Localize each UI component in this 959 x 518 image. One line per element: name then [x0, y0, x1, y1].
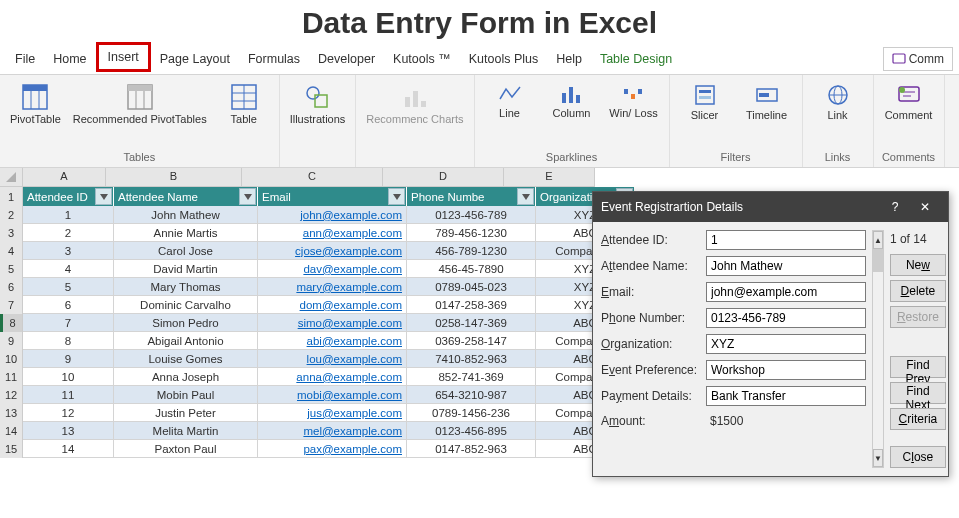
table-cell[interactable]: lou@example.com: [258, 350, 407, 368]
table-cell[interactable]: 6: [23, 296, 114, 314]
tab-home[interactable]: Home: [44, 47, 95, 71]
illustrations-button[interactable]: Illustrations: [286, 81, 350, 128]
form-field-input[interactable]: [706, 230, 866, 250]
table-cell[interactable]: abi@example.com: [258, 332, 407, 350]
table-cell[interactable]: Louise Gomes: [114, 350, 258, 368]
table-cell[interactable]: cjose@example.com: [258, 242, 407, 260]
row-header[interactable]: 7: [0, 296, 23, 315]
table-cell[interactable]: pax@example.com: [258, 440, 407, 458]
form-field-input[interactable]: [706, 282, 866, 302]
comment-button[interactable]: Comment: [880, 81, 938, 124]
text-button[interactable]: AText: [951, 81, 959, 124]
table-cell[interactable]: 456-45-7890: [407, 260, 536, 278]
table-cell[interactable]: 11: [23, 386, 114, 404]
new-button[interactable]: New: [890, 254, 946, 276]
table-cell[interactable]: 0258-147-369: [407, 314, 536, 332]
table-cell[interactable]: 3: [23, 242, 114, 260]
row-header[interactable]: 13: [0, 404, 23, 423]
scroll-thumb[interactable]: [873, 249, 883, 272]
table-cell[interactable]: 4: [23, 260, 114, 278]
row-header[interactable]: 6: [0, 278, 23, 297]
row-header[interactable]: 1: [0, 187, 23, 207]
table-cell[interactable]: 12: [23, 404, 114, 422]
slicer-button[interactable]: Slicer: [676, 81, 734, 124]
timeline-button[interactable]: Timeline: [738, 81, 796, 124]
scroll-down-button[interactable]: ▼: [873, 449, 883, 467]
row-header[interactable]: 3: [0, 224, 23, 243]
row-header[interactable]: 15: [0, 440, 23, 458]
sparkline-line-button[interactable]: Line: [481, 81, 539, 122]
column-header[interactable]: A: [23, 168, 106, 187]
table-cell[interactable]: mobi@example.com: [258, 386, 407, 404]
filter-dropdown-icon[interactable]: [95, 188, 112, 205]
pivottable-button[interactable]: PivotTable: [6, 81, 65, 128]
filter-dropdown-icon[interactable]: [239, 188, 256, 205]
row-header[interactable]: 10: [0, 350, 23, 369]
form-field-input[interactable]: [706, 308, 866, 328]
table-cell[interactable]: 789-456-1230: [407, 224, 536, 242]
recommended-charts-button[interactable]: Recommenc Charts: [362, 81, 467, 128]
table-cell[interactable]: 0123-456-895: [407, 422, 536, 440]
table-cell[interactable]: Melita Martin: [114, 422, 258, 440]
column-header[interactable]: E: [504, 168, 595, 187]
criteria-button[interactable]: Criteria: [890, 408, 946, 430]
tab-formulas[interactable]: Formulas: [239, 47, 309, 71]
table-cell[interactable]: 654-3210-987: [407, 386, 536, 404]
table-cell[interactable]: 14: [23, 440, 114, 458]
table-cell[interactable]: Paxton Paul: [114, 440, 258, 458]
column-header[interactable]: D: [383, 168, 504, 187]
table-cell[interactable]: Mary Thomas: [114, 278, 258, 296]
table-button[interactable]: Table: [215, 81, 273, 128]
table-cell[interactable]: 456-789-1230: [407, 242, 536, 260]
dialog-scrollbar[interactable]: ▲ ▼: [872, 230, 884, 468]
row-header[interactable]: 9: [0, 332, 23, 351]
table-cell[interactable]: 0147-852-963: [407, 440, 536, 458]
table-column-header[interactable]: Attendee ID: [23, 187, 114, 206]
form-field-input[interactable]: [706, 334, 866, 354]
table-cell[interactable]: 2: [23, 224, 114, 242]
table-cell[interactable]: Mobin Paul: [114, 386, 258, 404]
row-header[interactable]: 5: [0, 260, 23, 279]
table-column-header[interactable]: Phone Numbe: [407, 187, 536, 206]
find-next-button[interactable]: Find Next: [890, 382, 946, 404]
table-cell[interactable]: simo@example.com: [258, 314, 407, 332]
row-header[interactable]: 12: [0, 386, 23, 405]
tab-kutools-[interactable]: Kutools ™: [384, 47, 460, 71]
delete-button[interactable]: Delete: [890, 280, 946, 302]
table-column-header[interactable]: Email: [258, 187, 407, 206]
recommended-pivottables-button[interactable]: Recommended PivotTables: [69, 81, 211, 127]
tab-help[interactable]: Help: [547, 47, 591, 71]
table-column-header[interactable]: Attendee Name: [114, 187, 258, 206]
table-cell[interactable]: David Martin: [114, 260, 258, 278]
table-cell[interactable]: dav@example.com: [258, 260, 407, 278]
row-header[interactable]: 11: [0, 368, 23, 387]
column-header[interactable]: C: [242, 168, 383, 187]
table-cell[interactable]: 7: [23, 314, 114, 332]
tab-page-layout[interactable]: Page Layout: [151, 47, 239, 71]
close-button[interactable]: Close: [890, 446, 946, 468]
table-cell[interactable]: 8: [23, 332, 114, 350]
row-header[interactable]: 14: [0, 422, 23, 441]
column-header[interactable]: B: [106, 168, 242, 187]
table-cell[interactable]: 7410-852-963: [407, 350, 536, 368]
table-cell[interactable]: John Mathew: [114, 206, 258, 224]
tab-file[interactable]: File: [6, 47, 44, 71]
table-cell[interactable]: Anna Joseph: [114, 368, 258, 386]
table-cell[interactable]: 852-741-369: [407, 368, 536, 386]
tab-developer[interactable]: Developer: [309, 47, 384, 71]
table-cell[interactable]: 0789-1456-236: [407, 404, 536, 422]
find-prev-button[interactable]: Find Prev: [890, 356, 946, 378]
form-field-input[interactable]: [706, 256, 866, 276]
table-cell[interactable]: Annie Martis: [114, 224, 258, 242]
table-cell[interactable]: dom@example.com: [258, 296, 407, 314]
restore-button[interactable]: Restore: [890, 306, 946, 328]
table-cell[interactable]: 0789-045-023: [407, 278, 536, 296]
table-cell[interactable]: 1: [23, 206, 114, 224]
table-cell[interactable]: 9: [23, 350, 114, 368]
table-cell[interactable]: 0147-258-369: [407, 296, 536, 314]
link-button[interactable]: Link: [809, 81, 867, 124]
filter-dropdown-icon[interactable]: [388, 188, 405, 205]
table-cell[interactable]: ann@example.com: [258, 224, 407, 242]
select-all-cell[interactable]: [0, 168, 23, 187]
table-cell[interactable]: 10: [23, 368, 114, 386]
